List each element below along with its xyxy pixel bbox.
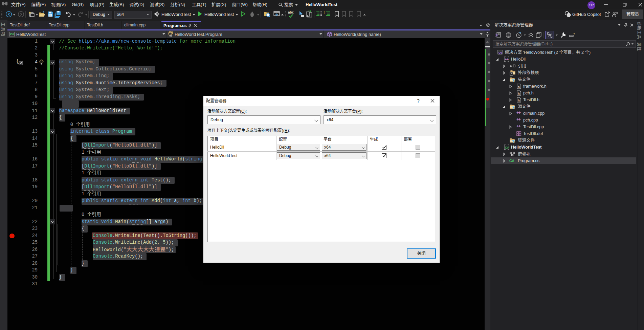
svg-text:h: h — [518, 92, 520, 95]
svg-text:h: h — [518, 85, 520, 89]
svg-text:C#: C# — [505, 146, 509, 149]
svg-text:?: ? — [324, 11, 325, 15]
svg-text:h: h — [518, 99, 520, 102]
svg-text:++: ++ — [505, 58, 509, 61]
